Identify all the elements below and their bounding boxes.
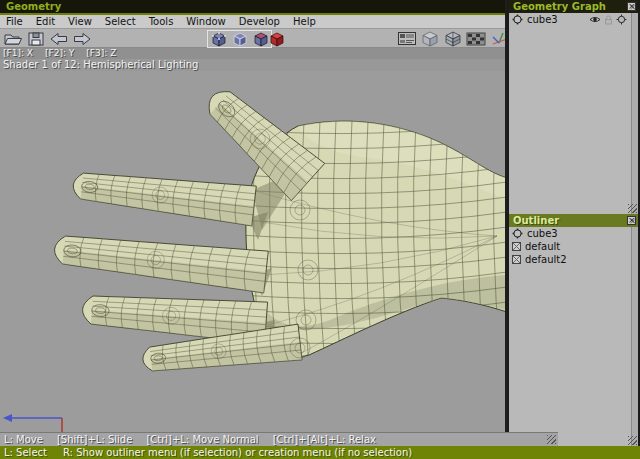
3d-viewport[interactable]: [F1]: X [F2]: Y [F3]: Z Shader 1 of 12: … — [0, 48, 507, 432]
mouse-hint-bar: L: Select R: Show outliner menu (if sele… — [0, 446, 640, 459]
show-groundplane-button[interactable] — [465, 30, 486, 47]
outliner-body: cube3 default default2 — [509, 227, 638, 446]
floppy-disk-icon — [27, 31, 45, 47]
hint-segment: L: Select — [4, 446, 47, 459]
hint-segment: R: Show outliner menu (if selection) or … — [63, 446, 412, 459]
geometry-graph-item-cube3[interactable]: cube3 — [509, 13, 638, 26]
menu-edit[interactable]: Edit — [36, 15, 55, 28]
shaded-cube-icon — [421, 31, 439, 47]
window-title: Geometry — [6, 1, 61, 12]
groundplane-grid-icon — [466, 32, 486, 46]
geometry-graph-title: Geometry Graph — [513, 1, 606, 12]
menu-help[interactable]: Help — [293, 15, 316, 28]
hand-mesh-canvas[interactable] — [0, 48, 507, 432]
outliner-item-default[interactable]: default — [509, 240, 638, 253]
object-label: cube3 — [527, 14, 558, 25]
object-icon — [512, 228, 523, 239]
body-select-mode-button[interactable] — [266, 31, 287, 48]
outliner-item-default2[interactable]: default2 — [509, 253, 638, 266]
shader-info-line: Shader 1 of 12: Hemispherical Lighting — [0, 59, 507, 71]
outliner-scrollbar[interactable] — [631, 227, 638, 446]
file-tool-group — [2, 30, 92, 47]
material-icon — [512, 242, 521, 251]
geometry-graph-titlebar[interactable]: Geometry Graph × — [509, 0, 638, 13]
view-options-icon — [397, 31, 417, 46]
wireframe-toggle-icon[interactable] — [616, 14, 627, 25]
outliner-title: Outliner — [513, 215, 559, 226]
menu-select[interactable]: Select — [105, 15, 136, 28]
redo-button[interactable] — [71, 30, 92, 47]
hotkey-f1: [F1]: X — [3, 48, 33, 59]
lock-icon[interactable] — [604, 15, 613, 25]
wings3d-app: Geometry File Edit View Select Tools Win… — [0, 0, 640, 459]
outliner-titlebar[interactable]: Outliner × — [509, 214, 638, 227]
wireframe-cube-icon — [444, 31, 462, 47]
outliner-item-cube3[interactable]: cube3 — [509, 227, 638, 240]
material-label: default2 — [525, 254, 567, 265]
undo-arrow-icon — [49, 31, 69, 47]
menu-tools[interactable]: Tools — [149, 15, 174, 28]
edge-select-mode-button[interactable] — [229, 31, 250, 48]
status-segment: [Shift]+L: Slide — [57, 433, 132, 446]
object-icon — [512, 14, 523, 25]
menu-bar: File Edit View Select Tools Window Devel… — [0, 15, 510, 28]
status-bar: L: Move [Shift]+L: Slide [Ctrl]+L: Move … — [0, 432, 558, 446]
save-file-button[interactable] — [25, 30, 46, 47]
resize-grip[interactable] — [547, 435, 556, 444]
edge-cube-icon — [232, 32, 248, 47]
resize-grip[interactable] — [628, 204, 637, 213]
material-label: default — [525, 241, 560, 252]
body-cube-icon — [269, 32, 285, 47]
undo-button[interactable] — [48, 30, 69, 47]
close-icon[interactable]: × — [627, 2, 636, 11]
menu-file[interactable]: File — [6, 15, 23, 28]
status-segment: [Ctrl]+L: Move Normal — [146, 433, 258, 446]
open-folder-icon — [3, 31, 23, 47]
menu-view[interactable]: View — [68, 15, 92, 28]
resize-grip[interactable] — [628, 436, 637, 445]
hotkey-hint-line: [F1]: X [F2]: Y [F3]: Z — [0, 48, 507, 59]
status-segment: L: Move — [4, 433, 43, 446]
selection-mode-group — [207, 30, 272, 48]
window-titlebar[interactable]: Geometry — [0, 0, 510, 13]
geometry-graph-panel: Geometry Graph × cube3 — [507, 0, 640, 214]
open-file-button[interactable] — [2, 30, 23, 47]
wireframe-view-button[interactable] — [442, 30, 463, 47]
vertex-cube-icon — [211, 32, 227, 47]
object-label: cube3 — [527, 228, 558, 239]
vertex-select-mode-button[interactable] — [208, 31, 229, 48]
close-icon[interactable]: × — [627, 216, 636, 225]
hotkey-f2: [F2]: Y — [45, 48, 74, 59]
toolbar — [0, 28, 510, 48]
menu-window[interactable]: Window — [186, 15, 225, 28]
smooth-shaded-view-button[interactable] — [419, 30, 440, 47]
material-icon — [512, 255, 521, 264]
view-options-button[interactable] — [396, 30, 417, 47]
outliner-panel: Outliner × cube3 defaul — [507, 214, 640, 446]
visibility-eye-icon[interactable] — [589, 15, 601, 24]
geometry-graph-scrollbar[interactable] — [631, 13, 638, 214]
view-tool-group — [396, 30, 509, 47]
status-segment: [Ctrl]+[Alt]+L: Relax — [273, 433, 376, 446]
hotkey-f3: [F3]: Z — [86, 48, 116, 59]
redo-arrow-icon — [72, 31, 92, 47]
geometry-graph-body: cube3 — [509, 13, 638, 214]
menu-develop[interactable]: Develop — [239, 15, 280, 28]
